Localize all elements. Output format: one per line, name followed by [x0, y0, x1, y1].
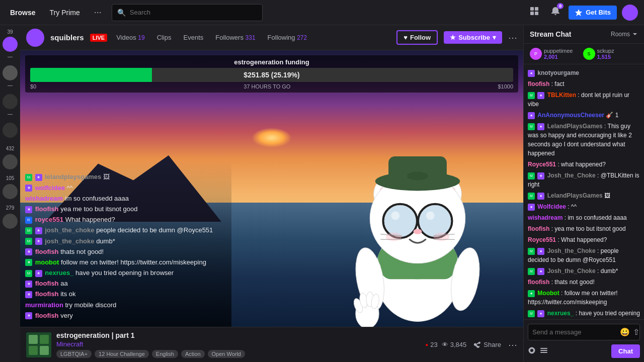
- badge-nexrues-sub: ★: [35, 270, 42, 277]
- share-button[interactable]: Share: [473, 341, 501, 349]
- chat-message-input[interactable]: [532, 328, 617, 336]
- badge-moobot: ★: [25, 259, 32, 266]
- follow-button[interactable]: ♥ Follow: [396, 30, 438, 45]
- subscribe-button[interactable]: ★ Subscribe ▾: [444, 31, 502, 44]
- sidebar-avatar-2[interactable]: [3, 65, 18, 80]
- svg-point-25: [384, 205, 416, 237]
- channel-nav-clips[interactable]: Clips: [154, 32, 175, 43]
- chat-messages: ★ knotyourgame floofish : fact M ★ TBLKi…: [524, 64, 644, 319]
- stream-info: estrogeneration | part 1 Minecraft LGBTQ…: [20, 327, 523, 362]
- channel-nav-videos[interactable]: Videos 19: [113, 32, 148, 43]
- sidebar-num-3: —: [8, 82, 13, 88]
- chatter-puppetimee[interactable]: P puppetimee 2,001: [530, 48, 573, 60]
- chatter-avatar-sckupz: S: [583, 48, 595, 60]
- search-icon: 🔍: [117, 9, 126, 17]
- chat-list-button[interactable]: [540, 346, 548, 356]
- sidebar-avatar-4[interactable]: [3, 123, 18, 138]
- channel-nav-following[interactable]: Following 272: [265, 32, 310, 43]
- sidebar-avatar-5[interactable]: [3, 154, 18, 169]
- sub-goal-progress: $251.85 (25.19%): [30, 68, 513, 82]
- video-chat-msg-10: M ★ nexrues_ have you tried opening in b…: [25, 268, 226, 278]
- channel-bar: squiblers LIVE Videos 19 Clips Events Fo…: [20, 25, 523, 50]
- badge-nexrues-sub-r: ★: [537, 310, 544, 317]
- badge-leland-mod: M: [528, 123, 535, 130]
- featured-chatters: P puppetimee 2,001 S sckupz 1,515: [524, 44, 644, 64]
- chat-send-button[interactable]: Chat: [611, 344, 640, 358]
- badge-josh1-sub: ★: [537, 172, 544, 179]
- badge-nexrues-mod-r: M: [528, 310, 535, 317]
- chat-settings-button[interactable]: [528, 346, 536, 356]
- live-badge: LIVE: [90, 34, 107, 42]
- nav-right-actions: 8 Get Bits: [526, 3, 638, 22]
- msg-floofish-2: floofish : yea me too but itsnot good: [528, 224, 640, 233]
- stream-tag-english[interactable]: English: [152, 350, 178, 358]
- chat-emote-icon[interactable]: 😀: [620, 327, 630, 337]
- badge-floo3: ★: [25, 281, 32, 288]
- more-stream-button[interactable]: ⋯: [508, 339, 517, 350]
- channel-name: squiblers: [50, 33, 84, 42]
- badge-leland2-sub: ★: [537, 193, 544, 200]
- badge-nexrues-mod: M: [25, 270, 32, 277]
- get-bits-button[interactable]: Get Bits: [569, 6, 617, 20]
- channel-avatar[interactable]: [26, 29, 44, 47]
- chatter-sckupz[interactable]: S sckupz 1,515: [583, 48, 614, 60]
- sidebar-avatar-3[interactable]: [3, 94, 18, 109]
- extensions-button[interactable]: [526, 3, 542, 22]
- stream-tag-openworld[interactable]: Open World: [208, 350, 246, 358]
- sidebar-num-1: 39: [7, 29, 13, 35]
- search-input[interactable]: [130, 9, 257, 16]
- badge-josh-mod: M: [25, 227, 32, 234]
- sidebar-num-279: 279: [6, 205, 15, 211]
- badge-josh1-mod: M: [528, 172, 535, 179]
- notification-badge: 8: [557, 3, 564, 9]
- character-svg: [337, 126, 498, 327]
- video-player[interactable]: estrogeneration funding $251.85 (25.19%)…: [20, 50, 523, 327]
- user-avatar[interactable]: [622, 5, 638, 21]
- live-dot: ●: [425, 342, 428, 347]
- stream-tag-lgbtq[interactable]: LGBTQIA+: [56, 350, 92, 358]
- sidebar-avatar-1[interactable]: [3, 37, 18, 52]
- msg-knotyourgame: ★ knotyourgame: [528, 68, 640, 77]
- chatter-avatar-puppetimee: P: [530, 48, 542, 60]
- video-chat-msg-8: ★ floofish thats not good!: [25, 247, 226, 256]
- video-chat-msg-2: ★ wolfcidee ^^: [25, 184, 226, 193]
- sidebar-avatar-6[interactable]: [3, 184, 18, 199]
- sidebar-num-2: —: [8, 54, 13, 59]
- chat-header: Stream Chat Rooms: [524, 25, 644, 44]
- rooms-button[interactable]: Rooms: [611, 31, 638, 38]
- chat-input-area: 😀 ⇧ Chat: [524, 319, 644, 362]
- svg-rect-40: [29, 346, 38, 355]
- msg-anon: ★ AnAnonymousCheeser 🎸 1: [528, 111, 640, 120]
- channel-nav-followers[interactable]: Followers 331: [212, 32, 258, 43]
- sidebar-num-4: —: [8, 111, 13, 117]
- more-channel-button[interactable]: ⋯: [508, 32, 517, 43]
- badge-floo2: ★: [25, 248, 32, 255]
- msg-josh-2: M ★ Josh_the_Choke : people decided to b…: [528, 246, 640, 264]
- badge-joshdumb-mod: M: [528, 268, 535, 275]
- badge-josh2-mod-r: M: [528, 248, 535, 255]
- more-nav-button[interactable]: ···: [90, 5, 106, 20]
- stream-tag-12hour[interactable]: 12 Hour Challenge: [95, 350, 149, 358]
- search-bar: 🔍: [112, 4, 263, 21]
- try-prime-button[interactable]: Try Prime: [46, 6, 84, 20]
- msg-wishadream: wishadream : im so confusedd aaaa: [528, 213, 640, 222]
- video-chat-msg-13: murmiration try mobile discord: [25, 301, 226, 310]
- sidebar-num-432: 432: [6, 146, 15, 151]
- sidebar-avatar-7[interactable]: [3, 214, 18, 229]
- character-overlay: [337, 126, 498, 327]
- svg-point-22: [407, 172, 428, 180]
- sun-glow: [252, 128, 292, 148]
- msg-josh-dumb: M ★ Josh_the_Choke : dumb*: [528, 266, 640, 276]
- browse-button[interactable]: Browse: [6, 6, 40, 20]
- badge-royce: R: [25, 217, 32, 224]
- chat-upload-icon[interactable]: ⇧: [633, 327, 639, 337]
- stream-tag-action[interactable]: Action: [181, 350, 205, 358]
- channel-nav-events[interactable]: Events: [181, 32, 207, 43]
- notifications-button[interactable]: 8: [547, 3, 564, 22]
- chat-bottom-left: [528, 346, 548, 356]
- stream-category[interactable]: Minecraft: [56, 340, 420, 348]
- svg-rect-0: [530, 7, 534, 11]
- svg-rect-42: [540, 348, 547, 349]
- sidebar-num-105: 105: [6, 175, 15, 181]
- video-chat-msg-6: M ★ josh_the_choke people decided to be …: [25, 226, 226, 235]
